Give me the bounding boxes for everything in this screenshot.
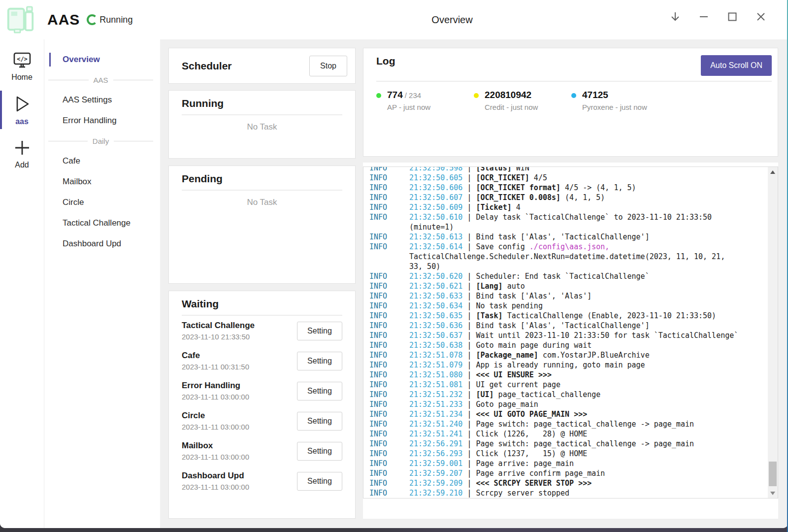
log-message: 21:32:50.621 | [Lang] auto [409, 281, 741, 291]
running-title: Running [182, 98, 342, 109]
log-row: INFO21:32:56.293 | Click (1237, 15) @ HO… [369, 449, 768, 459]
log-level: INFO [369, 340, 409, 350]
nav-item-circle[interactable]: Circle [44, 192, 160, 213]
setting-button[interactable]: Setting [297, 442, 342, 461]
close-button[interactable] [755, 11, 766, 22]
log-level: INFO [369, 281, 409, 291]
log-message: 21:32:51.080 | <<< UI ENSURE >>> [409, 370, 741, 380]
setting-button[interactable]: Setting [297, 412, 342, 431]
nav-item-overview[interactable]: Overview [44, 49, 160, 70]
task-next-run: 2023-11-11 00:31:50 [182, 363, 249, 371]
log-message: 21:32:50.638 | Goto main page during wai… [409, 340, 741, 350]
nav-item-cafe[interactable]: Cafe [44, 151, 160, 171]
nav-item-error-handling[interactable]: Error Handling [44, 110, 160, 131]
setting-button[interactable]: Setting [297, 322, 342, 340]
maximize-icon [727, 12, 737, 22]
log-row: INFO21:32:50.637 | Wait until 2023-11-10… [369, 331, 768, 340]
log-message: 21:32:51.240 | Page switch: page_tactica… [409, 419, 741, 429]
log-row: INFO21:32:50.613 | Bind task ['Alas', 'T… [369, 232, 768, 242]
log-message: 21:32:50.637 | Wait until 2023-11-10 21:… [409, 331, 741, 340]
log-row: INFO21:32:51.241 | Click (1226, 28) @ HO… [369, 429, 768, 439]
nav-item-mailbox[interactable]: Mailbox [44, 171, 160, 192]
app-window: AAS Running Overview [0, 0, 788, 528]
nav-item-tactical-challenge[interactable]: Tactical Challenge [44, 213, 160, 233]
task-next-run: 2023-11-11 03:00:00 [182, 423, 249, 431]
log-row: INFO21:32:50.638 | Goto main page during… [369, 340, 768, 350]
scroll-down-icon [770, 492, 775, 495]
log-message: 21:32:59.210 | Scrcpy server stopped [409, 488, 741, 498]
auto-scroll-button[interactable]: Auto Scroll ON [701, 55, 772, 76]
waiting-card: Waiting Tactical Challenge 2023-11-10 21… [168, 291, 356, 519]
log-message: 21:32:51.078 | [Package_name] com.Yostar… [409, 350, 741, 360]
log-level: INFO [369, 271, 409, 281]
log-viewer[interactable]: INFO21:32:50.598 | [Status] WININFO21:32… [363, 166, 778, 499]
nav-item-aas-settings[interactable]: AAS Settings [44, 90, 160, 110]
log-level: INFO [369, 478, 409, 488]
log-level: INFO [369, 350, 409, 360]
log-message: 21:32:50.635 | [Task] TacticalChallenge … [409, 311, 741, 321]
svg-text:</>: </> [17, 56, 28, 63]
maximize-button[interactable] [727, 11, 738, 22]
log-message: 21:32:50.607 | [OCR_TICKET 0.008s] (4, 1… [409, 193, 741, 202]
log-message: 21:32:50.610 | Delay task `TacticalChall… [409, 212, 741, 232]
log-level: INFO [369, 370, 409, 380]
log-level: INFO [369, 167, 409, 173]
log-level: INFO [369, 399, 409, 409]
log-row: INFO21:32:50.606 | [OCR_TICKET format] 4… [369, 183, 768, 193]
metric-ap: 774/ 234 AP - just now [376, 90, 474, 111]
rail-item-aas[interactable]: aas [0, 88, 44, 132]
log-row: INFO21:32:51.233 | Goto page_main [369, 399, 768, 409]
waiting-task-row: Tactical Challenge 2023-11-10 21:33:50 S… [182, 316, 342, 346]
log-row: INFO21:32:51.080 | <<< UI ENSURE >>> [369, 370, 768, 380]
page-title: Overview [431, 14, 472, 26]
log-row: INFO21:32:50.610 | Delay task `TacticalC… [369, 212, 768, 232]
window-controls [670, 4, 766, 30]
waiting-title: Waiting [182, 298, 342, 310]
waiting-task-row: Dashboard Upd 2023-11-11 03:00:00 Settin… [182, 466, 342, 496]
rail-item-add[interactable]: Add [0, 132, 44, 175]
log-level: INFO [369, 311, 409, 321]
log-scrollbar[interactable] [768, 167, 778, 498]
minimize-button[interactable] [698, 11, 709, 22]
active-indicator [0, 91, 2, 129]
minimize-icon [699, 12, 709, 22]
log-row: INFO21:32:51.240 | Page switch: page_tac… [369, 419, 768, 429]
log-panel: INFO21:32:50.598 | [Status] WININFO21:32… [363, 163, 778, 519]
log-message: 21:32:56.291 | Page switch: page_tactica… [409, 439, 741, 449]
task-name: Error Handling [182, 381, 249, 391]
log-level: INFO [369, 488, 409, 498]
icon-rail: </> Home aas Add [0, 39, 44, 528]
waiting-task-row: Mailbox 2023-11-11 03:00:00 Setting [182, 436, 342, 466]
setting-button[interactable]: Setting [297, 352, 342, 370]
setting-button[interactable]: Setting [297, 382, 342, 400]
log-level: INFO [369, 360, 409, 370]
scroll-up-button[interactable] [768, 167, 778, 177]
dashboard-metrics: 774/ 234 AP - just now 220810942 Credit … [376, 90, 772, 111]
app-logo [5, 4, 35, 35]
task-name: Circle [182, 411, 249, 421]
log-level: INFO [369, 173, 409, 183]
log-message: 21:32:50.605 | [OCR_TICKET] 4/5 [409, 173, 741, 183]
log-row: INFO21:32:51.079 | App is already runnin… [369, 360, 768, 370]
scrollbar-thumb[interactable] [769, 462, 777, 486]
log-row: INFO21:32:51.081 | UI get current page [369, 380, 768, 390]
section-nav: Overview AAS AAS Settings Error Handling… [44, 39, 160, 528]
scroll-down-button[interactable] [768, 488, 778, 498]
nav-item-dashboard-upd[interactable]: Dashboard Upd [44, 233, 160, 254]
log-level: INFO [369, 331, 409, 340]
log-row: INFO21:32:56.291 | Page switch: page_tac… [369, 439, 768, 449]
setting-button[interactable]: Setting [297, 472, 342, 491]
task-next-run: 2023-11-10 21:33:50 [182, 332, 255, 341]
log-message: 21:32:51.232 | [UI] page_tactical_challe… [409, 390, 741, 399]
log-row: INFO21:32:50.634 | No task pending [369, 301, 768, 311]
pending-empty-text: No Task [182, 198, 342, 207]
log-level: INFO [369, 419, 409, 429]
log-row: INFO21:32:50.605 | [OCR_TICKET] 4/5 [369, 173, 768, 183]
task-name: Cafe [182, 351, 249, 361]
rail-item-home[interactable]: </> Home [0, 45, 44, 88]
hide-window-button[interactable] [670, 11, 681, 22]
stop-button[interactable]: Stop [309, 56, 347, 76]
scroll-up-icon [770, 170, 775, 174]
metric-suffix: / 234 [405, 91, 421, 100]
log-row: INFO21:32:59.209 | <<< SCRCPY SERVER STO… [369, 478, 768, 488]
